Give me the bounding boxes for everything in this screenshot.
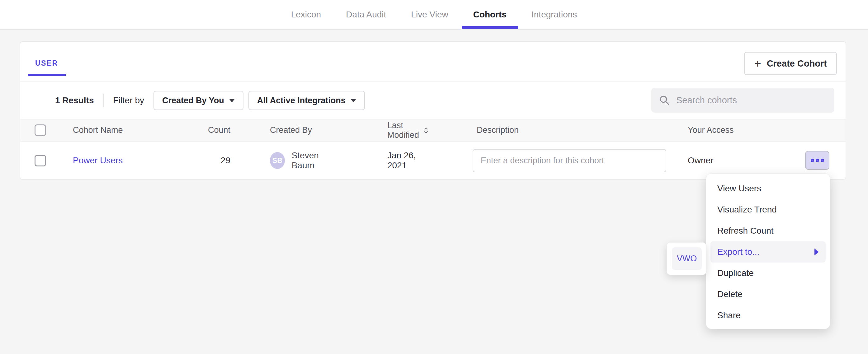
search-input[interactable] — [676, 95, 827, 105]
column-count: Count — [188, 125, 230, 135]
menu-item-label: Refresh Count — [717, 226, 774, 236]
column-description: Description — [428, 125, 674, 135]
tab-data-audit[interactable]: Data Audit — [334, 0, 398, 29]
create-cohort-button[interactable]: + Create Cohort — [744, 52, 837, 75]
cohorts-panel: USER + Create Cohort 1 Results Filter by… — [20, 41, 846, 180]
results-count: 1 Results — [55, 96, 94, 105]
submenu-arrow-icon — [814, 249, 819, 255]
top-navigation: Lexicon Data Audit Live View Cohorts Int… — [0, 0, 868, 30]
tab-integrations[interactable]: Integrations — [520, 0, 588, 29]
menu-item-export-to[interactable]: Export to... — [710, 242, 826, 262]
menu-item-label: Share — [717, 311, 741, 320]
avatar: SB — [270, 152, 285, 169]
menu-item-share[interactable]: Share — [710, 305, 826, 326]
create-cohort-label: Create Cohort — [767, 59, 827, 69]
menu-item-refresh-count[interactable]: Refresh Count — [710, 220, 826, 242]
menu-item-visualize-trend[interactable]: Visualize Trend — [710, 199, 826, 220]
integrations-dropdown[interactable]: All Active Integrations — [248, 91, 365, 110]
export-submenu: VWO — [666, 242, 706, 275]
column-cohort-name: Cohort Name — [53, 125, 188, 135]
search-icon — [659, 95, 670, 106]
column-last-modified[interactable]: Last Modified — [338, 121, 428, 140]
description-input[interactable] — [473, 149, 666, 172]
menu-item-label: Delete — [717, 289, 743, 299]
chevron-down-icon — [229, 99, 235, 102]
plus-icon: + — [754, 58, 761, 69]
column-created-by: Created By — [230, 125, 338, 135]
panel-tab-bar: USER + Create Cohort — [20, 42, 845, 82]
menu-item-label: Duplicate — [717, 268, 754, 278]
integrations-dropdown-label: All Active Integrations — [257, 96, 346, 105]
menu-item-label: Visualize Trend — [717, 205, 777, 215]
more-dots-icon — [811, 159, 814, 162]
tab-user[interactable]: USER — [28, 42, 66, 74]
created-by-dropdown-label: Created By You — [162, 96, 224, 105]
menu-item-view-users[interactable]: View Users — [710, 178, 826, 199]
menu-item-label: View Users — [717, 184, 761, 193]
tab-live-view[interactable]: Live View — [399, 0, 460, 29]
row-context-menu: View Users Visualize Trend Refresh Count… — [706, 173, 830, 329]
column-last-modified-label: Last Modified — [387, 121, 420, 140]
menu-item-label: Export to... — [717, 247, 760, 257]
tab-cohorts[interactable]: Cohorts — [462, 0, 518, 29]
row-checkbox[interactable] — [35, 155, 46, 166]
cohort-count: 29 — [188, 156, 230, 165]
more-dots-icon — [821, 159, 824, 162]
more-actions-button[interactable] — [805, 151, 829, 170]
menu-item-delete[interactable]: Delete — [710, 284, 826, 305]
filter-by-label: Filter by — [113, 96, 145, 105]
cohort-name-link[interactable]: Power Users — [73, 156, 123, 165]
table-header: Cohort Name Count Created By Last Modifi… — [20, 119, 845, 141]
select-all-checkbox[interactable] — [35, 124, 46, 136]
search-cohorts-box — [651, 88, 834, 112]
filter-row: 1 Results Filter by Created By You All A… — [20, 82, 845, 119]
chevron-down-icon — [350, 99, 356, 102]
column-your-access: Your Access — [674, 125, 845, 135]
sort-icon — [424, 125, 428, 136]
tab-lexicon[interactable]: Lexicon — [280, 0, 333, 29]
creator-name: Steven Baum — [292, 151, 338, 170]
last-modified-date: Jan 26, 2021 — [338, 151, 428, 170]
created-by-dropdown[interactable]: Created By You — [154, 91, 244, 110]
menu-item-duplicate[interactable]: Duplicate — [710, 262, 826, 284]
more-dots-icon — [816, 159, 819, 162]
submenu-item-vwo[interactable]: VWO — [672, 247, 702, 270]
divider — [103, 94, 104, 107]
